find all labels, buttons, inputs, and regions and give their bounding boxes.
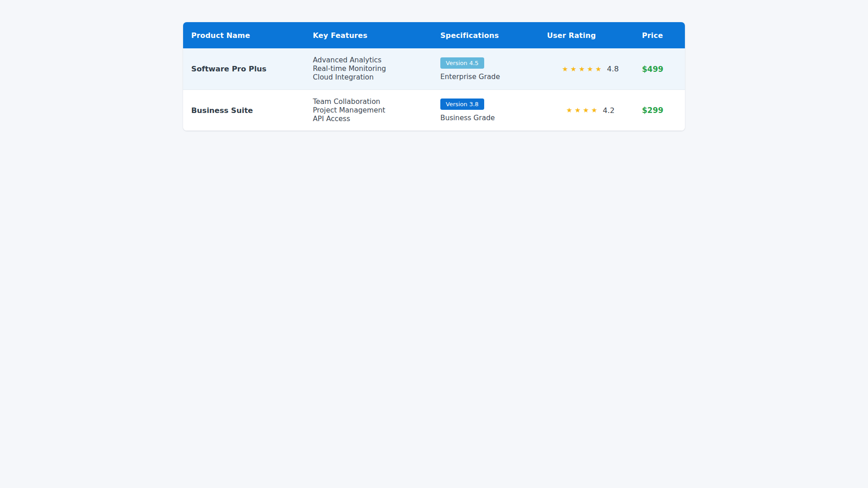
table-header-row: Product Name Key Features Specifications… bbox=[183, 22, 685, 48]
feature-item: Project Management bbox=[313, 106, 432, 115]
product-name-cell: Business Suite bbox=[183, 90, 305, 131]
feature-item: Team Collaboration bbox=[313, 98, 432, 106]
user-rating-cell: ★★★★ 4.2 bbox=[539, 90, 634, 131]
column-header-price: Price bbox=[634, 31, 685, 40]
feature-item: API Access bbox=[313, 115, 432, 123]
column-header-product-name: Product Name bbox=[183, 31, 305, 40]
product-name: Software Pro Plus bbox=[191, 65, 305, 73]
rating-value: 4.8 bbox=[607, 65, 619, 73]
table-row-software-pro-plus: Software Pro Plus Advanced Analytics Rea… bbox=[183, 48, 685, 89]
specifications-cell: Version 4.5 Enterprise Grade bbox=[432, 48, 539, 89]
column-header-specifications: Specifications bbox=[432, 31, 539, 40]
star-rating-icons: ★★★★ bbox=[566, 106, 599, 114]
price-value: $499 bbox=[642, 65, 685, 74]
grade-label: Enterprise Grade bbox=[440, 73, 539, 81]
product-name: Business Suite bbox=[191, 106, 305, 115]
column-header-user-rating: User Rating bbox=[539, 31, 634, 40]
price-cell: $499 bbox=[634, 48, 685, 89]
key-features-cell: Team Collaboration Project Management AP… bbox=[305, 90, 432, 131]
specifications-cell: Version 3.8 Business Grade bbox=[432, 90, 539, 131]
table-row-business-suite: Business Suite Team Collaboration Projec… bbox=[183, 89, 685, 131]
version-badge: Version 4.5 bbox=[440, 57, 484, 69]
star-rating-icons: ★★★★★ bbox=[562, 65, 604, 73]
product-name-cell: Software Pro Plus bbox=[183, 48, 305, 89]
user-rating-cell: ★★★★★ 4.8 bbox=[539, 48, 634, 89]
feature-item: Cloud Integration bbox=[313, 73, 432, 82]
price-cell: $299 bbox=[634, 90, 685, 131]
column-header-key-features: Key Features bbox=[305, 31, 432, 40]
version-badge: Version 3.8 bbox=[440, 99, 484, 110]
rating-value: 4.2 bbox=[603, 106, 614, 115]
feature-item: Real-time Monitoring bbox=[313, 65, 432, 73]
price-value: $299 bbox=[642, 106, 685, 115]
product-comparison-table: Product Name Key Features Specifications… bbox=[183, 22, 685, 131]
grade-label: Business Grade bbox=[440, 114, 539, 122]
feature-item: Advanced Analytics bbox=[313, 56, 432, 65]
key-features-cell: Advanced Analytics Real-time Monitoring … bbox=[305, 48, 432, 89]
